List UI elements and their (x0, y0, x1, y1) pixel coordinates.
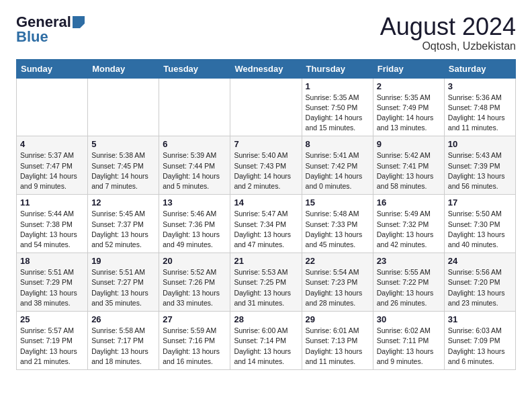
calendar-day-cell: 10Sunrise: 5:43 AMSunset: 7:39 PMDayligh… (444, 136, 515, 195)
day-info: Sunrise: 5:59 AMSunset: 7:16 PMDaylight:… (163, 326, 226, 367)
day-info: Sunrise: 5:51 AMSunset: 7:29 PMDaylight:… (20, 267, 84, 308)
day-number: 6 (163, 139, 226, 149)
weekday-header-thursday: Thursday (302, 59, 373, 78)
day-info: Sunrise: 5:36 AMSunset: 7:48 PMDaylight:… (448, 93, 512, 134)
calendar-day-cell: 21Sunrise: 5:53 AMSunset: 7:25 PMDayligh… (230, 253, 302, 312)
calendar-day-cell: 13Sunrise: 5:46 AMSunset: 7:36 PMDayligh… (159, 195, 230, 253)
day-number: 12 (91, 197, 155, 208)
calendar-day-cell: 19Sunrise: 5:51 AMSunset: 7:27 PMDayligh… (88, 253, 159, 312)
day-info: Sunrise: 5:43 AMSunset: 7:39 PMDaylight:… (448, 150, 512, 191)
calendar-day-cell: 23Sunrise: 5:55 AMSunset: 7:22 PMDayligh… (373, 253, 444, 312)
svg-marker-0 (73, 16, 85, 28)
day-number: 31 (448, 314, 512, 324)
calendar-day-cell: 2Sunrise: 5:35 AMSunset: 7:49 PMDaylight… (373, 78, 444, 136)
day-info: Sunrise: 5:35 AMSunset: 7:50 PMDaylight:… (306, 93, 369, 134)
day-number: 1 (306, 81, 369, 91)
calendar-empty-cell (88, 78, 159, 136)
calendar-day-cell: 20Sunrise: 5:52 AMSunset: 7:26 PMDayligh… (159, 253, 230, 312)
day-number: 30 (377, 314, 441, 324)
weekday-header-friday: Friday (373, 59, 444, 78)
day-number: 7 (234, 139, 298, 149)
calendar-table: SundayMondayTuesdayWednesdayThursdayFrid… (16, 59, 516, 370)
day-number: 29 (306, 314, 369, 324)
day-info: Sunrise: 5:37 AMSunset: 7:47 PMDaylight:… (20, 150, 84, 191)
day-number: 11 (20, 197, 84, 208)
weekday-header-tuesday: Tuesday (159, 59, 230, 78)
day-number: 16 (377, 197, 441, 208)
day-info: Sunrise: 5:54 AMSunset: 7:23 PMDaylight:… (306, 267, 369, 308)
day-info: Sunrise: 6:01 AMSunset: 7:13 PMDaylight:… (306, 326, 369, 367)
day-number: 25 (20, 314, 84, 324)
day-number: 28 (234, 314, 298, 324)
day-info: Sunrise: 5:38 AMSunset: 7:45 PMDaylight:… (91, 150, 155, 191)
calendar-day-cell: 16Sunrise: 5:49 AMSunset: 7:32 PMDayligh… (373, 195, 444, 253)
day-info: Sunrise: 5:49 AMSunset: 7:32 PMDaylight:… (377, 209, 441, 250)
calendar-day-cell: 6Sunrise: 5:39 AMSunset: 7:44 PMDaylight… (159, 136, 230, 195)
logo-icon (73, 16, 85, 28)
day-number: 23 (377, 256, 441, 266)
day-number: 10 (448, 139, 512, 149)
day-info: Sunrise: 6:02 AMSunset: 7:11 PMDaylight:… (377, 326, 441, 367)
day-number: 20 (163, 256, 226, 266)
day-info: Sunrise: 5:55 AMSunset: 7:22 PMDaylight:… (377, 267, 441, 308)
day-info: Sunrise: 5:44 AMSunset: 7:38 PMDaylight:… (20, 209, 84, 250)
day-number: 13 (163, 197, 226, 208)
calendar-day-cell: 28Sunrise: 6:00 AMSunset: 7:14 PMDayligh… (230, 312, 302, 370)
location-title: Oqtosh, Uzbekistan (380, 40, 516, 52)
weekday-header-wednesday: Wednesday (230, 59, 302, 78)
calendar-week-row: 4Sunrise: 5:37 AMSunset: 7:47 PMDaylight… (17, 136, 516, 195)
calendar-day-cell: 3Sunrise: 5:36 AMSunset: 7:48 PMDaylight… (444, 78, 515, 136)
calendar-day-cell: 25Sunrise: 5:57 AMSunset: 7:19 PMDayligh… (17, 312, 88, 370)
calendar-day-cell: 4Sunrise: 5:37 AMSunset: 7:47 PMDaylight… (17, 136, 88, 195)
day-info: Sunrise: 5:45 AMSunset: 7:37 PMDaylight:… (91, 209, 155, 250)
day-info: Sunrise: 5:58 AMSunset: 7:17 PMDaylight:… (91, 326, 155, 367)
day-number: 4 (20, 139, 84, 149)
day-number: 3 (448, 81, 512, 91)
day-info: Sunrise: 5:56 AMSunset: 7:20 PMDaylight:… (448, 267, 512, 308)
calendar-day-cell: 1Sunrise: 5:35 AMSunset: 7:50 PMDaylight… (302, 78, 373, 136)
weekday-header-saturday: Saturday (444, 59, 515, 78)
weekday-header-row: SundayMondayTuesdayWednesdayThursdayFrid… (17, 59, 516, 78)
day-info: Sunrise: 5:51 AMSunset: 7:27 PMDaylight:… (91, 267, 155, 308)
day-info: Sunrise: 6:03 AMSunset: 7:09 PMDaylight:… (448, 326, 512, 367)
calendar-day-cell: 15Sunrise: 5:48 AMSunset: 7:33 PMDayligh… (302, 195, 373, 253)
day-number: 21 (234, 256, 298, 266)
day-number: 18 (20, 256, 84, 266)
calendar-day-cell: 7Sunrise: 5:40 AMSunset: 7:43 PMDaylight… (230, 136, 302, 195)
calendar-day-cell: 5Sunrise: 5:38 AMSunset: 7:45 PMDaylight… (88, 136, 159, 195)
day-number: 14 (234, 197, 298, 208)
logo: General Blue (16, 13, 85, 46)
day-number: 5 (91, 139, 155, 149)
calendar-day-cell: 17Sunrise: 5:50 AMSunset: 7:30 PMDayligh… (444, 195, 515, 253)
day-info: Sunrise: 5:47 AMSunset: 7:34 PMDaylight:… (234, 209, 298, 250)
calendar-day-cell: 31Sunrise: 6:03 AMSunset: 7:09 PMDayligh… (444, 312, 515, 370)
day-info: Sunrise: 6:00 AMSunset: 7:14 PMDaylight:… (234, 326, 298, 367)
calendar-day-cell: 22Sunrise: 5:54 AMSunset: 7:23 PMDayligh… (302, 253, 373, 312)
calendar-empty-cell (230, 78, 302, 136)
page-container: General Blue August 2024 Oqtosh, Uzbekis… (0, 0, 532, 383)
calendar-day-cell: 11Sunrise: 5:44 AMSunset: 7:38 PMDayligh… (17, 195, 88, 253)
calendar-week-row: 1Sunrise: 5:35 AMSunset: 7:50 PMDaylight… (17, 78, 516, 136)
day-info: Sunrise: 5:42 AMSunset: 7:41 PMDaylight:… (377, 150, 441, 191)
day-info: Sunrise: 5:39 AMSunset: 7:44 PMDaylight:… (163, 150, 226, 191)
day-number: 2 (377, 81, 441, 91)
calendar-day-cell: 26Sunrise: 5:58 AMSunset: 7:17 PMDayligh… (88, 312, 159, 370)
calendar-day-cell: 24Sunrise: 5:56 AMSunset: 7:20 PMDayligh… (444, 253, 515, 312)
day-info: Sunrise: 5:41 AMSunset: 7:42 PMDaylight:… (306, 150, 369, 191)
day-info: Sunrise: 5:53 AMSunset: 7:25 PMDaylight:… (234, 267, 298, 308)
day-number: 24 (448, 256, 512, 266)
calendar-empty-cell (159, 78, 230, 136)
calendar-day-cell: 27Sunrise: 5:59 AMSunset: 7:16 PMDayligh… (159, 312, 230, 370)
day-info: Sunrise: 5:57 AMSunset: 7:19 PMDaylight:… (20, 326, 84, 367)
title-section: August 2024 Oqtosh, Uzbekistan (380, 13, 516, 52)
day-info: Sunrise: 5:35 AMSunset: 7:49 PMDaylight:… (377, 93, 441, 134)
calendar-week-row: 25Sunrise: 5:57 AMSunset: 7:19 PMDayligh… (17, 312, 516, 370)
calendar-day-cell: 18Sunrise: 5:51 AMSunset: 7:29 PMDayligh… (17, 253, 88, 312)
day-number: 22 (306, 256, 369, 266)
header: General Blue August 2024 Oqtosh, Uzbekis… (16, 13, 516, 52)
calendar-day-cell: 29Sunrise: 6:01 AMSunset: 7:13 PMDayligh… (302, 312, 373, 370)
day-number: 15 (306, 197, 369, 208)
day-number: 17 (448, 197, 512, 208)
day-number: 26 (91, 314, 155, 324)
day-number: 19 (91, 256, 155, 266)
